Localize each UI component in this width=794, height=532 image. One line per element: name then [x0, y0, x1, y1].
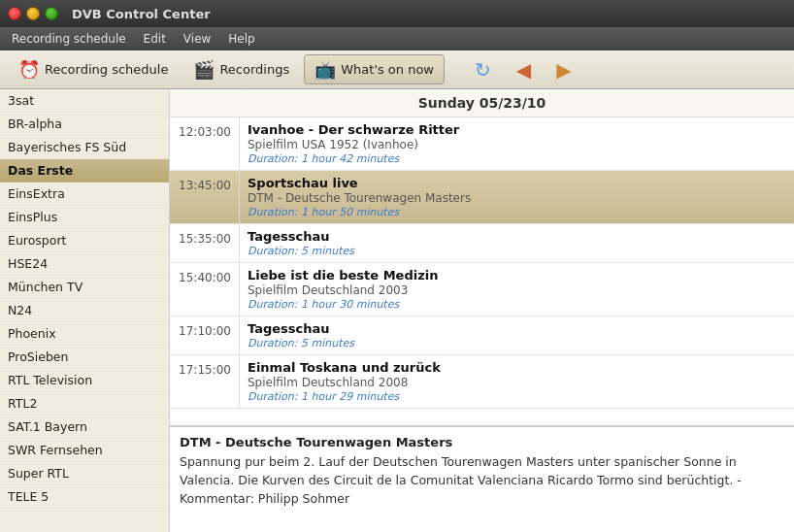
schedule-icon: ⏰ [18, 59, 40, 80]
program-duration: Duration: 5 minutes [248, 337, 786, 349]
menu-edit[interactable]: Edit [136, 30, 174, 48]
date-header: Sunday 05/23/10 [170, 89, 794, 117]
program-time: 15:35:00 [170, 224, 240, 262]
program-info: TagesschauDuration: 5 minutes [240, 316, 794, 354]
program-time: 12:03:00 [170, 117, 240, 170]
program-row[interactable]: 13:45:00Sportschau liveDTM - Deutsche To… [170, 171, 794, 224]
maximize-button[interactable] [45, 7, 58, 20]
channel-item-muenchen-tv[interactable]: München TV [0, 276, 169, 299]
program-row[interactable]: 17:10:00TagesschauDuration: 5 minutes [170, 316, 794, 355]
window-controls [8, 7, 58, 20]
channel-item-rtl[interactable]: RTL Television [0, 369, 169, 392]
program-info: Sportschau liveDTM - Deutsche Tourenwage… [240, 171, 794, 223]
program-duration: Duration: 1 hour 30 minutes [248, 298, 786, 311]
toolbar-forward-button[interactable]: ▶ [546, 53, 581, 86]
description-text: Spannung pur beim 2. Lauf der Deutschen … [180, 453, 784, 508]
program-time: 17:10:00 [170, 316, 240, 354]
program-row[interactable]: 17:15:00Einmal Toskana und zurückSpielfi… [170, 355, 794, 409]
toolbar-back-button[interactable]: ◀ [506, 53, 542, 86]
program-duration: Duration: 1 hour 29 minutes [248, 390, 786, 403]
minimize-button[interactable] [26, 7, 40, 20]
menubar: Recording schedule Edit View Help [0, 27, 794, 50]
program-row[interactable]: 15:35:00TagesschauDuration: 5 minutes [170, 224, 794, 263]
menu-view[interactable]: View [176, 30, 218, 48]
toolbar-refresh-button[interactable]: ↻ [464, 53, 502, 86]
program-info: Ivanhoe - Der schwarze RitterSpielfilm U… [240, 117, 794, 170]
channel-item-phoenix[interactable]: Phoenix [0, 322, 169, 346]
channel-item-super-rtl[interactable]: Super RTL [0, 462, 169, 485]
channel-item-eurosport[interactable]: Eurosport [0, 229, 169, 252]
channel-item-das-erste[interactable]: Das Erste [0, 159, 169, 183]
channel-item-einsplus[interactable]: EinsPlus [0, 206, 169, 229]
program-title: Ivanhoe - Der schwarze Ritter [248, 122, 786, 137]
program-duration: Duration: 1 hour 42 minutes [248, 152, 786, 165]
channel-item-einsextra[interactable]: EinsExtra [0, 183, 169, 206]
channel-item-n24[interactable]: N24 [0, 299, 169, 322]
program-time: 13:45:00 [170, 171, 240, 223]
description-area: DTM - Deutsche Tourenwagen Masters Spann… [170, 425, 794, 532]
close-button[interactable] [8, 7, 21, 20]
program-subtitle: Spielfilm Deutschland 2008 [248, 376, 786, 389]
channel-item-br-alpha[interactable]: BR-alpha [0, 113, 169, 136]
program-duration: Duration: 1 hour 50 minutes [248, 206, 786, 218]
program-subtitle: DTM - Deutsche Tourenwagen Masters [248, 191, 786, 205]
back-icon: ◀ [516, 58, 531, 82]
main-area: 3satBR-alphaBayerisches FS SüdDas ErsteE… [0, 89, 794, 532]
menu-recording-schedule[interactable]: Recording schedule [4, 30, 134, 48]
program-info: Einmal Toskana und zurückSpielfilm Deuts… [240, 355, 794, 408]
whatson-label: What's on now [341, 62, 434, 77]
program-duration: Duration: 5 minutes [248, 245, 786, 257]
toolbar-recordings-button[interactable]: 🎬 Recordings [182, 54, 300, 84]
program-row[interactable]: 12:03:00Ivanhoe - Der schwarze RitterSpi… [170, 117, 794, 171]
program-info: Liebe ist die beste MedizinSpielfilm Deu… [240, 263, 794, 316]
whatson-icon: 📺 [314, 59, 336, 80]
program-area: Sunday 05/23/10 12:03:00Ivanhoe - Der sc… [170, 89, 794, 532]
program-title: Tagesschau [248, 229, 786, 244]
program-subtitle: Spielfilm USA 1952 (Ivanhoe) [248, 138, 786, 151]
recordings-label: Recordings [219, 62, 289, 77]
program-title: Liebe ist die beste Medizin [248, 268, 786, 283]
recordings-icon: 🎬 [193, 59, 215, 80]
channel-item-swr[interactable]: SWR Fernsehen [0, 439, 169, 462]
description-title: DTM - Deutsche Tourenwagen Masters [180, 435, 784, 449]
channel-item-bfs[interactable]: Bayerisches FS Süd [0, 136, 169, 159]
forward-icon: ▶ [556, 58, 571, 82]
menu-help[interactable]: Help [220, 30, 262, 48]
toolbar: ⏰ Recording schedule 🎬 Recordings 📺 What… [0, 50, 794, 89]
channel-item-sat1-bayern[interactable]: SAT.1 Bayern [0, 416, 169, 439]
program-time: 15:40:00 [170, 263, 240, 316]
channel-item-rtl2[interactable]: RTL2 [0, 392, 169, 416]
channel-item-prosieben[interactable]: ProSieben [0, 346, 169, 369]
program-title: Tagesschau [248, 321, 786, 336]
program-grid: Sunday 05/23/10 12:03:00Ivanhoe - Der sc… [170, 89, 794, 425]
window-title: DVB Control Center [72, 7, 211, 21]
program-time: 17:15:00 [170, 355, 240, 408]
channel-item-hse24[interactable]: HSE24 [0, 252, 169, 276]
program-row[interactable]: 15:40:00Liebe ist die beste MedizinSpiel… [170, 263, 794, 316]
channel-item-3sat[interactable]: 3sat [0, 89, 169, 113]
program-title: Einmal Toskana und zurück [248, 360, 786, 375]
titlebar: DVB Control Center [0, 0, 794, 27]
program-title: Sportschau live [248, 176, 786, 190]
program-subtitle: Spielfilm Deutschland 2003 [248, 283, 786, 297]
toolbar-schedule-button[interactable]: ⏰ Recording schedule [8, 54, 179, 84]
refresh-icon: ↻ [475, 58, 491, 82]
schedule-label: Recording schedule [45, 62, 168, 77]
program-info: TagesschauDuration: 5 minutes [240, 224, 794, 262]
toolbar-whatson-button[interactable]: 📺 What's on now [304, 54, 445, 84]
channel-list: 3satBR-alphaBayerisches FS SüdDas ErsteE… [0, 89, 170, 532]
channel-item-tele5[interactable]: TELE 5 [0, 485, 169, 509]
